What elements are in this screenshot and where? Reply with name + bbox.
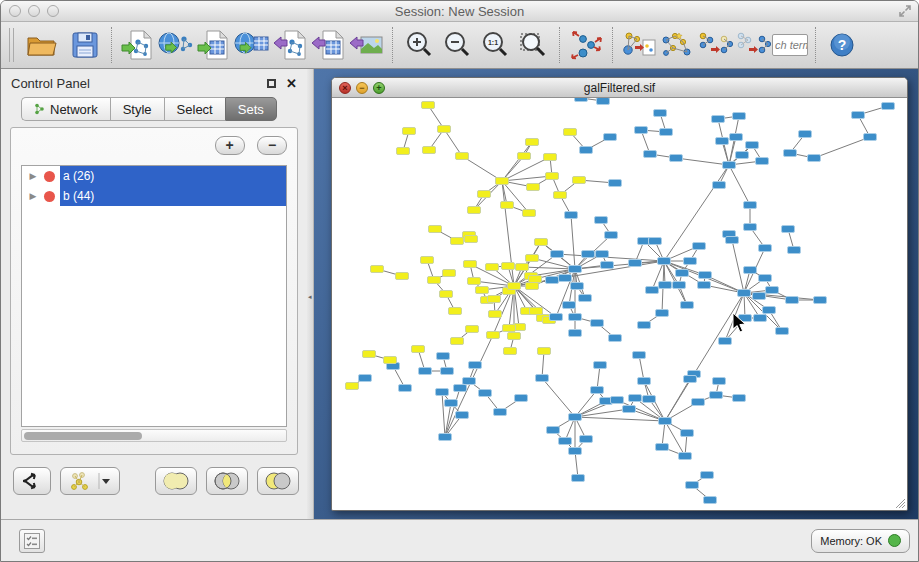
close-panel-icon[interactable]: ✕: [286, 77, 297, 90]
export-network-icon: [273, 29, 307, 61]
dropdown-arrow-icon: [97, 471, 111, 491]
export-table-icon: [311, 29, 345, 61]
open-session-button[interactable]: [22, 26, 60, 64]
difference-icon: [263, 471, 293, 491]
export-network-button[interactable]: [271, 26, 309, 64]
control-panel: Control Panel ✕ Network Style Select: [1, 69, 307, 519]
frame-resize-grip[interactable]: [894, 497, 906, 509]
tab-sets[interactable]: Sets: [225, 97, 277, 121]
svg-text:?: ?: [838, 37, 847, 53]
import-network-web-icon: [158, 29, 194, 61]
toolbar-drag-handle[interactable]: [9, 28, 14, 62]
union-sets-button[interactable]: [155, 467, 197, 495]
toolbar-separator: [612, 27, 613, 63]
new-network-selected-edges-icon: [697, 30, 733, 60]
zoom-window-button[interactable]: [47, 5, 59, 17]
tab-style[interactable]: Style: [110, 97, 164, 121]
frame-minimize-button[interactable]: −: [356, 82, 368, 94]
list-item[interactable]: ▶ b (44): [22, 186, 286, 206]
memory-ok-indicator: [888, 534, 901, 547]
frame-close-button[interactable]: ×: [339, 82, 351, 94]
apply-layout-icon: [569, 29, 603, 61]
task-history-button[interactable]: [19, 529, 45, 553]
import-table-icon: [197, 29, 231, 61]
export-image-icon: [349, 29, 383, 61]
nodes-group: [346, 98, 895, 504]
network-canvas[interactable]: [332, 98, 907, 510]
new-network-from-selection-button[interactable]: [620, 26, 658, 64]
list-item[interactable]: ▶ a (26): [22, 166, 286, 186]
horizontal-scrollbar[interactable]: [21, 429, 287, 442]
zoom-fit-selected-icon: [518, 30, 548, 60]
zoom-fit-selected-button[interactable]: [514, 26, 552, 64]
close-window-button[interactable]: [9, 5, 21, 17]
float-panel-icon[interactable]: [267, 79, 276, 88]
scrollbar-thumb[interactable]: [24, 432, 142, 440]
first-neighbors-button[interactable]: [658, 26, 696, 64]
apply-layout-button[interactable]: [567, 26, 605, 64]
frame-buttons: × − +: [339, 82, 385, 94]
export-table-button[interactable]: [309, 26, 347, 64]
expander-icon[interactable]: ▶: [22, 171, 44, 181]
zoom-actual-label: 1:1: [488, 39, 498, 46]
expander-icon[interactable]: ▶: [22, 191, 44, 201]
import-table-web-button[interactable]: [233, 26, 271, 64]
tab-sets-label: Sets: [238, 102, 264, 117]
zoom-actual-size-button[interactable]: 1:1: [476, 26, 514, 64]
panel-splitter[interactable]: ◂: [307, 69, 314, 519]
network-frame-titlebar[interactable]: × − + galFiltered.sif: [332, 78, 907, 98]
import-network-web-button[interactable]: [157, 26, 195, 64]
create-set-from-network-button[interactable]: [60, 467, 120, 495]
zoom-in-button[interactable]: [400, 26, 438, 64]
tab-network-label: Network: [50, 102, 98, 117]
app-window: Session: New Session: [0, 0, 919, 562]
main-area: Control Panel ✕ Network Style Select: [1, 69, 918, 519]
set-color-dot: [44, 171, 55, 182]
intersect-sets-button[interactable]: [206, 467, 248, 495]
union-icon: [161, 471, 191, 491]
toolbar-separator: [815, 27, 816, 63]
save-session-button[interactable]: [66, 26, 104, 64]
network-canvas-svg: [332, 98, 907, 510]
splitter-collapse-icon[interactable]: ◂: [308, 293, 312, 301]
new-network-all-edges-button[interactable]: [734, 26, 772, 64]
network-tab-icon: [34, 103, 46, 115]
task-history-icon: [24, 533, 40, 549]
import-network-icon: [121, 29, 155, 61]
help-button[interactable]: ?: [823, 26, 861, 64]
window-titlebar: Session: New Session: [1, 1, 918, 22]
split-set-button[interactable]: [13, 467, 51, 495]
import-table-file-button[interactable]: [195, 26, 233, 64]
import-network-file-button[interactable]: [119, 26, 157, 64]
network-desktop: × − + galFiltered.sif: [314, 69, 918, 519]
set-label: a (26): [63, 169, 94, 183]
new-network-selected-edges-button[interactable]: [696, 26, 734, 64]
fullscreen-icon[interactable]: [898, 4, 912, 18]
set-label: b (44): [63, 189, 94, 203]
zoom-actual-size-icon: 1:1: [480, 30, 510, 60]
export-image-button[interactable]: [347, 26, 385, 64]
tab-network[interactable]: Network: [21, 97, 110, 121]
sets-list: ▶ a (26) ▶ b (44): [21, 165, 287, 427]
split-arrows-icon: [21, 471, 43, 491]
remove-set-button[interactable]: −: [257, 136, 287, 155]
first-neighbors-icon: [659, 30, 695, 60]
frame-maximize-button[interactable]: +: [373, 82, 385, 94]
minimize-window-button[interactable]: [28, 5, 40, 17]
network-frame[interactable]: × − + galFiltered.sif: [331, 77, 908, 511]
set-color-dot: [44, 191, 55, 202]
add-set-button[interactable]: +: [215, 136, 245, 155]
sets-toolbar: + −: [11, 128, 297, 159]
tab-select[interactable]: Select: [164, 97, 225, 121]
difference-sets-button[interactable]: [257, 467, 299, 495]
toolbar-separator: [392, 27, 393, 63]
memory-status-button[interactable]: Memory: OK: [811, 529, 910, 553]
control-panel-header: Control Panel ✕: [1, 69, 307, 97]
toolbar-separator: [559, 27, 560, 63]
open-folder-icon: [25, 31, 57, 59]
new-network-from-selection-icon: [621, 30, 657, 60]
zoom-out-button[interactable]: [438, 26, 476, 64]
search-input[interactable]: ch term: [772, 34, 808, 56]
network-frame-title: galFiltered.sif: [332, 81, 907, 95]
sets-panel: + − ▶ a (26) ▶ b (44): [10, 127, 298, 455]
